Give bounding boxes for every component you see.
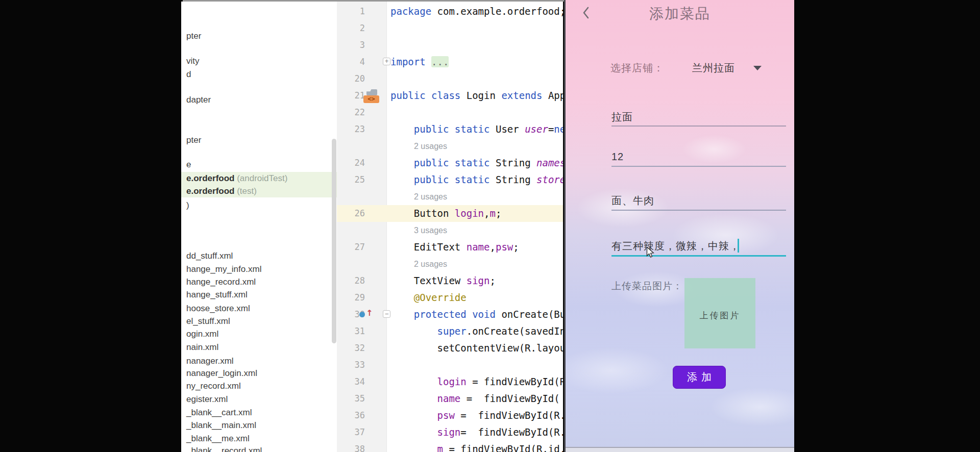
dish-name-input[interactable]: 拉面 xyxy=(611,110,633,123)
tree-item[interactable]: hange_stuff.xml xyxy=(181,288,337,301)
tree-item[interactable]: dd_stuff.xml xyxy=(181,249,337,262)
add-button[interactable]: 添加 xyxy=(673,366,726,389)
text-caret xyxy=(738,239,739,253)
code-text: EditText name,psw; xyxy=(386,239,563,256)
tree-item[interactable]: e.orderfood (androidTest) xyxy=(181,172,337,185)
line-number: 4 xyxy=(337,54,386,70)
tree-item[interactable]: hoose_store.xml xyxy=(181,302,337,315)
tree-item[interactable]: _blank__record.xml xyxy=(181,444,337,452)
tree-item[interactable]: _blank__me.xml xyxy=(181,432,337,445)
tree-item[interactable]: egister.xml xyxy=(181,393,337,406)
code-text: import ... xyxy=(386,54,563,70)
ingredients-input[interactable]: 面、牛肉 xyxy=(611,194,654,207)
tree-item[interactable]: nain.xml xyxy=(181,341,337,354)
description-underline-focused xyxy=(611,255,786,257)
code-text xyxy=(386,104,563,121)
tree-item[interactable]: _blank__cart.xml xyxy=(181,406,337,419)
usages-hint[interactable]: 3 usages xyxy=(386,222,563,239)
line-number: 38 xyxy=(337,441,386,452)
bottom-panel-edge xyxy=(566,447,794,452)
tree-item[interactable]: nanager_login.xml xyxy=(181,367,337,380)
line-number: 23 xyxy=(337,121,386,138)
description-input[interactable]: 有三种辣度，微辣，中辣， xyxy=(611,239,740,253)
usages-hint[interactable]: 2 usages xyxy=(386,138,563,155)
upload-box-text: 上传图片 xyxy=(684,310,755,321)
inlay-row: 2 usages xyxy=(337,256,563,272)
dropdown-arrow-icon[interactable] xyxy=(753,66,762,70)
code-row: 4+import ... xyxy=(337,54,563,70)
line-number: 36 xyxy=(337,407,386,424)
code-text: public static String store xyxy=(386,171,563,188)
line-number: 25 xyxy=(337,171,386,188)
upload-label: 上传菜品图片： xyxy=(611,280,683,293)
line-number: 1 xyxy=(337,3,386,20)
tree-item[interactable]: hange_my_info.xml xyxy=(181,263,337,275)
tree-item[interactable]: vity xyxy=(181,55,337,67)
code-row: 21<>public class Login extends App xyxy=(337,87,563,104)
fold-marker-icon[interactable]: − xyxy=(383,310,390,318)
line-number: 22 xyxy=(337,104,386,121)
code-row: 25 public static String store xyxy=(337,171,563,188)
code-text: protected void onCreate(Bu xyxy=(386,306,563,323)
code-row: 30↑− protected void onCreate(Bu xyxy=(337,306,563,323)
line-number xyxy=(337,138,386,155)
code-text: public static User user=ne xyxy=(386,121,563,138)
line-number: 32 xyxy=(337,340,386,357)
code-text: name = findViewById( xyxy=(386,390,563,407)
code-row: 28 TextView sign; xyxy=(337,272,563,289)
code-text: public static String names xyxy=(386,155,563,171)
price-input[interactable]: 12 xyxy=(611,150,624,163)
code-row: 1package com.example.orderfood; xyxy=(337,3,563,20)
inlay-row: 2 usages xyxy=(337,188,563,205)
code-row: 3 xyxy=(337,37,563,54)
code-row: 26 Button login,m; xyxy=(337,205,563,222)
store-spinner[interactable]: 兰州拉面 xyxy=(692,61,735,75)
code-row: 38 m = findViewById(R.id. xyxy=(337,441,563,452)
usages-hint[interactable]: 2 usages xyxy=(386,188,563,205)
upload-image-box[interactable]: 上传图片 xyxy=(684,278,755,348)
line-number xyxy=(337,188,386,205)
tree-item[interactable]: ogin.xml xyxy=(181,328,337,340)
tree-item[interactable]: ) xyxy=(181,199,337,212)
emulator-screen: 添加菜品 选择店铺： 兰州拉面 拉面 12 面、牛肉 有三种辣度，微辣，中辣， … xyxy=(564,0,794,452)
code-editor[interactable]: 1package com.example.orderfood;234+impor… xyxy=(337,2,563,452)
code-row: 2 xyxy=(337,20,563,37)
line-number: 27 xyxy=(337,239,386,256)
tree-item[interactable]: nanager.xml xyxy=(181,355,337,367)
code-text: psw = findViewById(R. xyxy=(386,407,563,424)
tree-item[interactable]: hange_record.xml xyxy=(181,275,337,288)
related-layout-icon[interactable]: <> xyxy=(363,89,380,103)
line-number xyxy=(337,222,386,239)
code-text: package com.example.orderfood; xyxy=(386,3,563,20)
tree-item[interactable]: d xyxy=(181,68,337,81)
screenshot-stage: ptervityddapterpteree.orderfood (android… xyxy=(0,0,980,452)
tree-item[interactable]: pter xyxy=(181,134,337,146)
tree-item[interactable]: el_stuff.xml xyxy=(181,315,337,328)
code-row: 37 sign= findViewById(R. xyxy=(337,424,563,441)
ingredients-underline xyxy=(611,210,786,211)
code-text xyxy=(386,20,563,37)
tree-item[interactable]: e xyxy=(181,158,337,171)
code-row: 22 xyxy=(337,104,563,121)
line-number: 34 xyxy=(337,373,386,390)
tree-item[interactable]: pter xyxy=(181,30,337,42)
tree-scrollbar[interactable] xyxy=(332,139,336,343)
overrides-method-icon[interactable]: ↑ xyxy=(359,309,380,320)
tree-item[interactable]: ny_record.xml xyxy=(181,380,337,392)
inlay-row: 2 usages xyxy=(337,138,563,155)
code-text xyxy=(386,357,563,373)
usages-hint[interactable]: 2 usages xyxy=(386,256,563,272)
code-row: 33 xyxy=(337,357,563,373)
code-row: 32 setContentView(R.layou xyxy=(337,340,563,357)
tree-item[interactable]: e.orderfood (test) xyxy=(181,185,337,197)
code-row: 23 public static User user=ne xyxy=(337,121,563,138)
line-number: 24 xyxy=(337,155,386,171)
tree-item[interactable]: dapter xyxy=(181,93,337,106)
tree-item[interactable]: _blank__main.xml xyxy=(181,419,337,432)
line-number: 20 xyxy=(337,70,386,87)
code-row: 20 xyxy=(337,70,563,87)
code-row: 31 super.onCreate(savedIn xyxy=(337,323,563,340)
fold-marker-icon[interactable]: + xyxy=(383,58,390,65)
page-title: 添加菜品 xyxy=(566,4,794,23)
dish-name-underline xyxy=(611,125,786,127)
